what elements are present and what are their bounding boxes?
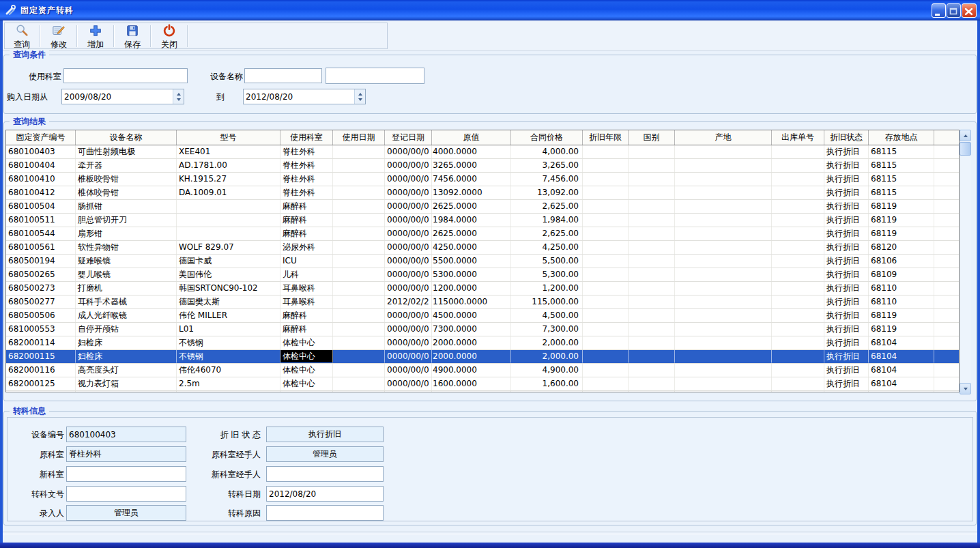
- cell-dept[interactable]: 脊柱外科: [280, 145, 333, 158]
- cell--filler[interactable]: [934, 364, 960, 377]
- doc-no-input[interactable]: [66, 486, 186, 502]
- cell-dep-status[interactable]: 执行折旧: [824, 336, 869, 349]
- cell-country[interactable]: [629, 336, 675, 349]
- cell-origin[interactable]: [675, 186, 772, 199]
- cell-name[interactable]: 打磨机: [76, 282, 177, 295]
- cell-orig-value[interactable]: 7300.0000: [432, 323, 511, 336]
- cell-dept[interactable]: 儿科: [280, 268, 333, 281]
- cell-model[interactable]: 不锈钢: [177, 336, 280, 349]
- table-row[interactable]: 681000553自停开颅钻L01麻醉科0000/00/07300.00007,…: [6, 323, 959, 336]
- cell-dept[interactable]: 耳鼻喉科: [280, 295, 333, 308]
- cell-use-date[interactable]: [333, 214, 385, 227]
- cell-reg-date[interactable]: 0000/00/0: [385, 364, 432, 377]
- cell-location[interactable]: 68119: [869, 200, 934, 213]
- cell-country[interactable]: [629, 227, 675, 240]
- cell-orig-value[interactable]: 2625.0000: [432, 200, 511, 213]
- cell-reg-date[interactable]: 0000/00/0: [385, 186, 432, 199]
- cell-reg-date[interactable]: 0000/00/0: [385, 241, 432, 254]
- cell-dep-status[interactable]: 执行折旧: [824, 227, 869, 240]
- cell-country[interactable]: [629, 282, 675, 295]
- cell-price[interactable]: 4,250.00: [511, 241, 583, 254]
- cell-out-no[interactable]: [772, 282, 824, 295]
- cell-out-no[interactable]: [772, 200, 824, 213]
- cell-location[interactable]: 68106: [869, 255, 934, 268]
- cell-orig-value[interactable]: 13092.0000: [432, 186, 511, 199]
- cell-model[interactable]: 伟伦 MILLER: [177, 309, 280, 322]
- cell-origin[interactable]: [675, 200, 772, 213]
- cell-name[interactable]: 软性异物钳: [76, 241, 177, 254]
- cell-location[interactable]: 68119: [869, 323, 934, 336]
- cell-dep-years[interactable]: [583, 336, 629, 349]
- cell-use-date[interactable]: [333, 364, 385, 377]
- cell-orig-value[interactable]: 2000.0000: [432, 336, 511, 349]
- cell-origin[interactable]: [675, 227, 772, 240]
- cell-use-date[interactable]: [333, 282, 385, 295]
- cell-name[interactable]: 椎板咬骨钳: [76, 173, 177, 186]
- cell--filler[interactable]: [934, 173, 960, 186]
- cell--filler[interactable]: [934, 214, 960, 227]
- cell-origin[interactable]: [675, 323, 772, 336]
- cell-name[interactable]: 妇检床: [76, 350, 177, 363]
- cell-origin[interactable]: [675, 377, 772, 390]
- cell-origin[interactable]: [675, 309, 772, 322]
- query-button[interactable]: 查询: [5, 24, 39, 48]
- cell--filler[interactable]: [934, 350, 960, 363]
- cell-country[interactable]: [629, 309, 675, 322]
- cell-name[interactable]: 可曲性射频电极: [76, 145, 177, 158]
- cell-model[interactable]: WOLF 829.07: [177, 241, 280, 254]
- cell-reg-date[interactable]: 0000/00/0: [385, 268, 432, 281]
- cell-model[interactable]: 美国伟伦: [177, 268, 280, 281]
- cell-location[interactable]: 68110: [869, 282, 934, 295]
- cell-use-date[interactable]: [333, 377, 385, 390]
- cell-dep-status[interactable]: 执行折旧: [824, 200, 869, 213]
- table-row[interactable]: 680100412椎体咬骨钳DA.1009.01脊柱外科0000/00/0130…: [6, 186, 959, 200]
- cell-dep-status[interactable]: 执行折旧: [824, 159, 869, 172]
- reason-input[interactable]: [266, 505, 384, 521]
- cell-dep-years[interactable]: [583, 268, 629, 281]
- cell-origin[interactable]: [675, 391, 772, 392]
- cell-price[interactable]: 2,000.00: [511, 350, 583, 363]
- cell-dep-years[interactable]: [583, 323, 629, 336]
- cell-model[interactable]: [177, 200, 280, 213]
- old-dept-field[interactable]: [66, 446, 186, 462]
- maximize-button[interactable]: [947, 3, 961, 18]
- cell-country[interactable]: [629, 214, 675, 227]
- table-row[interactable]: 680100404牵开器AD.1781.00脊柱外科0000/00/03265.…: [6, 159, 959, 173]
- cell-id[interactable]: 680100404: [6, 159, 76, 172]
- cell-use-date[interactable]: [333, 350, 385, 363]
- cell-dep-status[interactable]: 执行折旧: [824, 377, 869, 390]
- cell-origin[interactable]: [675, 214, 772, 227]
- device-no-field[interactable]: [66, 427, 186, 442]
- cell-dep-years[interactable]: [583, 309, 629, 322]
- cell-dept[interactable]: 麻醉科: [280, 323, 333, 336]
- cell-origin[interactable]: [675, 159, 772, 172]
- cell-location[interactable]: 68104: [869, 336, 934, 349]
- cell-orig-value[interactable]: 4000.0000: [432, 145, 511, 158]
- cell-id[interactable]: 682000114: [6, 336, 76, 349]
- cell-reg-date[interactable]: 0000/00/0: [385, 255, 432, 268]
- cell-location[interactable]: 68115: [869, 186, 934, 199]
- cell-price[interactable]: 3,265.00: [511, 159, 583, 172]
- cell-out-no[interactable]: [772, 377, 824, 390]
- cell-price[interactable]: 2,000.00: [511, 336, 583, 349]
- cell--filler[interactable]: [934, 323, 960, 336]
- cell-dept[interactable]: 麻醉科: [280, 227, 333, 240]
- cell-out-no[interactable]: [772, 227, 824, 240]
- operator-field[interactable]: [66, 505, 186, 521]
- cell--filler[interactable]: [934, 241, 960, 254]
- cell-out-no[interactable]: [772, 336, 824, 349]
- cell-id[interactable]: 680100561: [6, 241, 76, 254]
- spinner-up-icon[interactable]: [177, 93, 181, 96]
- cell-reg-date[interactable]: 0000/00/0: [385, 282, 432, 295]
- cell-model[interactable]: XEE401: [177, 145, 280, 158]
- cell-out-no[interactable]: [772, 364, 824, 377]
- table-row[interactable]: 682000125视力表灯箱2.5m体检中心0000/00/01600.0000…: [6, 377, 959, 391]
- cell-location[interactable]: 68115: [869, 145, 934, 158]
- cell-dep-years[interactable]: [583, 364, 629, 377]
- cell-location[interactable]: 68104: [869, 350, 934, 363]
- cell-orig-value[interactable]: 2000.0000: [432, 350, 511, 363]
- cell--filler[interactable]: [934, 227, 960, 240]
- cell-dep-status[interactable]: 执行折旧: [824, 214, 869, 227]
- vertical-scrollbar[interactable]: [960, 130, 971, 394]
- old-handler-field[interactable]: [266, 446, 384, 462]
